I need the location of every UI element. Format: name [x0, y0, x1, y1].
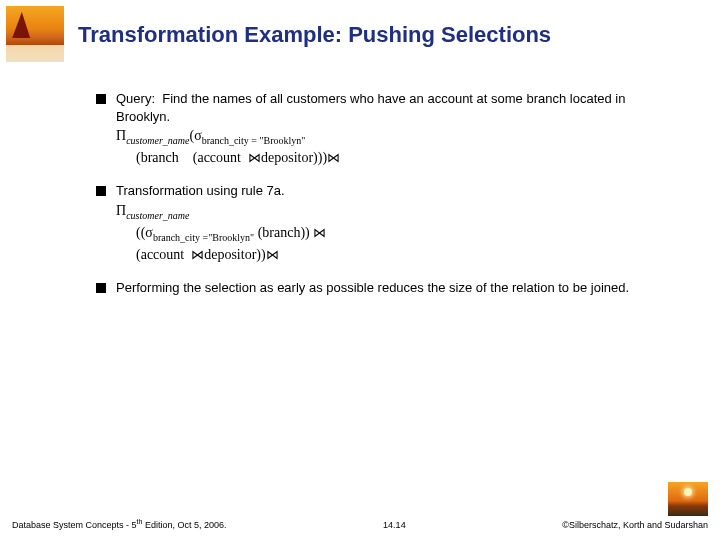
slide-body: Query: Find the names of all customers w… — [96, 90, 680, 311]
bullet-icon — [96, 186, 106, 196]
conclusion-text: Performing the selection as early as pos… — [116, 279, 680, 297]
expression-transformed: Πcustomer_name — [116, 202, 680, 222]
expression-original: Πcustomer_name(σbranch_city = "Brooklyn" — [116, 127, 680, 147]
join-icon: ⋈ — [266, 247, 279, 262]
join-icon: ⋈ — [327, 150, 340, 165]
bullet-icon — [96, 94, 106, 104]
expression-original-line2: (branch (account ⋈depositor)))⋈ — [136, 149, 680, 168]
query-label: Query: — [116, 91, 155, 106]
bullet-icon — [96, 283, 106, 293]
footer-copyright: ©Silberschatz, Korth and Sudarshan — [562, 520, 708, 530]
join-icon: ⋈ — [313, 225, 326, 240]
join-icon: ⋈ — [248, 150, 261, 165]
expression-transformed-line2: ((σbranch_city ="Brooklyn" (branch)) ⋈ — [136, 224, 680, 244]
transformation-text: Transformation using rule 7a. — [116, 182, 680, 200]
footer-page-number: 14.14 — [383, 520, 406, 530]
footer-left: Database System Concepts - 5th Edition, … — [12, 518, 226, 530]
header-sailboat-image — [6, 6, 64, 62]
query-text: Query: Find the names of all customers w… — [116, 90, 680, 125]
footer-sunset-image — [668, 482, 708, 516]
expression-transformed-line3: (account ⋈depositor))⋈ — [136, 246, 680, 265]
slide-footer: Database System Concepts - 5th Edition, … — [12, 518, 708, 530]
join-icon: ⋈ — [191, 247, 204, 262]
slide-title: Transformation Example: Pushing Selectio… — [78, 22, 700, 48]
